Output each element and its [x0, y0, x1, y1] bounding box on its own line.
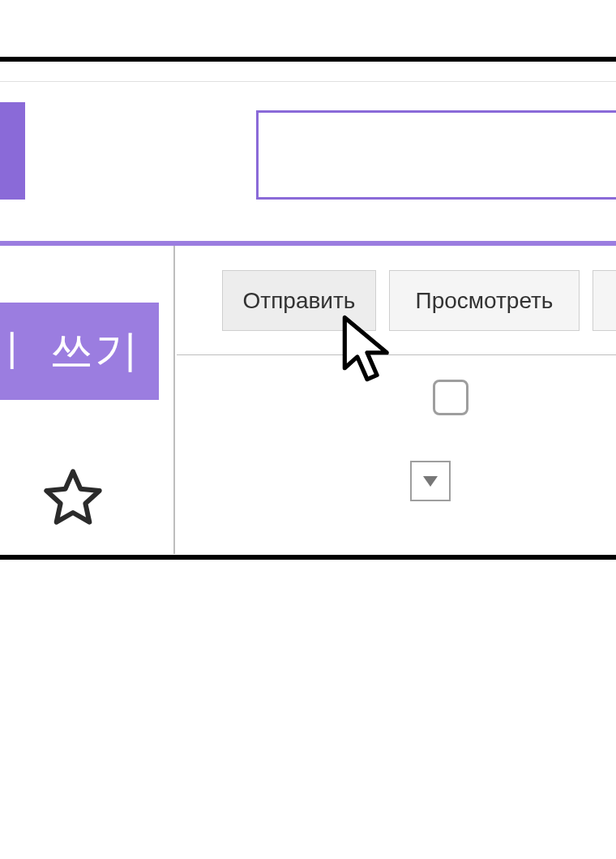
checkbox-icon[interactable] — [433, 380, 468, 415]
mail-logo-icon[interactable] — [0, 102, 25, 200]
header — [0, 62, 616, 246]
sidebar: ㅣ 쓰기 — [0, 246, 175, 554]
content-area — [177, 355, 616, 554]
chevron-down-icon — [423, 476, 438, 487]
search-input[interactable] — [256, 110, 616, 200]
compose-button[interactable]: ㅣ 쓰기 — [0, 303, 159, 400]
body: ㅣ 쓰기 Отправить Просмотреть — [0, 246, 616, 554]
preview-button[interactable]: Просмотреть — [389, 270, 580, 331]
main-panel: Отправить Просмотреть — [177, 246, 616, 554]
toolbar: Отправить Просмотреть — [177, 246, 616, 355]
cursor-icon — [339, 315, 396, 388]
toolbar-extra-button[interactable] — [592, 270, 616, 331]
header-divider — [0, 81, 616, 82]
dropdown-toggle[interactable] — [410, 461, 451, 501]
app-window: ㅣ 쓰기 Отправить Просмотреть — [0, 57, 616, 560]
star-icon[interactable] — [41, 465, 105, 530]
